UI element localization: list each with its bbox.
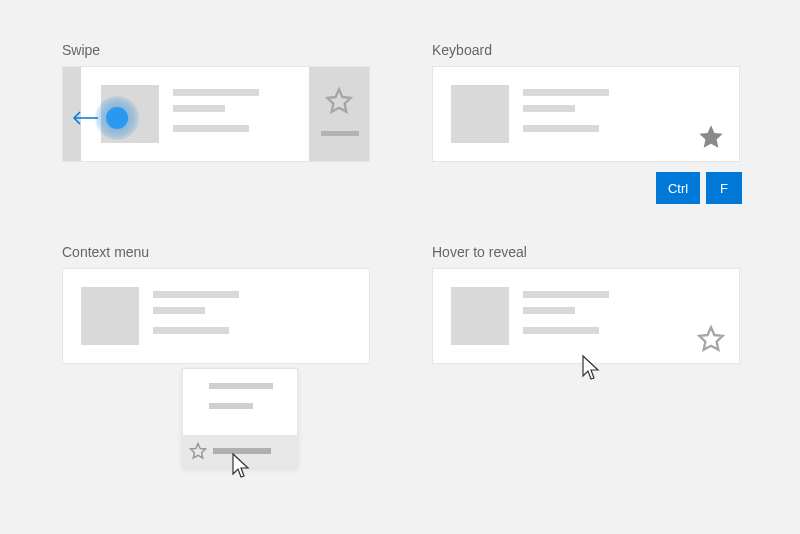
placeholder-line: [523, 327, 599, 334]
placeholder-line: [523, 291, 609, 298]
context-card[interactable]: [62, 268, 370, 364]
star-icon[interactable]: [325, 87, 353, 115]
placeholder-line: [523, 89, 609, 96]
keyboard-card[interactable]: [432, 66, 740, 162]
svg-marker-0: [327, 89, 350, 112]
placeholder-line: [173, 125, 249, 132]
hover-thumbnail: [451, 287, 509, 345]
svg-marker-4: [699, 327, 722, 350]
context-menu-label: Context menu: [62, 244, 149, 260]
touch-indicator: [106, 107, 128, 129]
star-icon: [189, 442, 207, 460]
swipe-label: Swipe: [62, 42, 100, 58]
context-thumbnail: [81, 287, 139, 345]
placeholder-line: [153, 307, 205, 314]
placeholder-line: [153, 327, 229, 334]
placeholder-line: [321, 131, 359, 136]
ctrl-key[interactable]: Ctrl: [656, 172, 700, 204]
f-key[interactable]: F: [706, 172, 742, 204]
placeholder-line: [523, 125, 599, 132]
hover-card[interactable]: [432, 268, 740, 364]
star-icon[interactable]: [697, 123, 725, 151]
hover-label: Hover to reveal: [432, 244, 527, 260]
star-icon[interactable]: [697, 325, 725, 353]
placeholder-line: [523, 307, 575, 314]
cursor-icon: [230, 452, 252, 480]
keyboard-thumbnail: [451, 85, 509, 143]
placeholder-line: [173, 89, 259, 96]
svg-marker-3: [191, 444, 206, 458]
svg-marker-2: [699, 125, 722, 148]
placeholder-line: [523, 105, 575, 112]
placeholder-line: [173, 105, 225, 112]
placeholder-line: [209, 403, 253, 409]
placeholder-line: [153, 291, 239, 298]
cursor-icon: [580, 354, 602, 382]
placeholder-line: [209, 383, 273, 389]
keyboard-label: Keyboard: [432, 42, 492, 58]
